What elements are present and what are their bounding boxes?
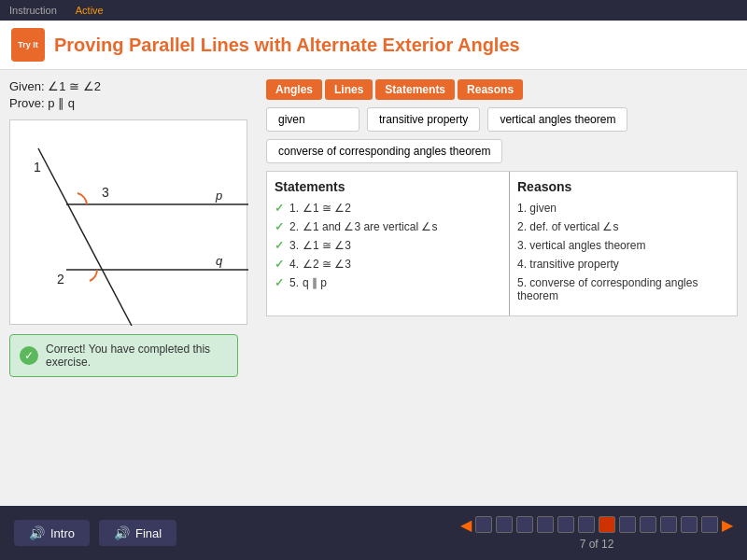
progress-dot-4[interactable] <box>537 516 554 533</box>
reason-row-4: 4. transitive property <box>517 258 729 271</box>
check-3: ✓ <box>275 239 284 252</box>
progress-dot-12[interactable] <box>701 516 718 533</box>
check-circle-icon <box>20 346 38 365</box>
svg-text:q: q <box>216 254 223 268</box>
statement-row-2: ✓ 2. ∠1 and ∠3 are vertical ∠s <box>275 220 501 233</box>
progress-dot-5[interactable] <box>557 516 574 533</box>
intro-speaker-icon: 🔊 <box>29 525 45 540</box>
diagram: 1 3 2 p q <box>9 119 247 325</box>
diagram-svg: 1 3 2 p q <box>10 120 248 326</box>
next-arrow[interactable]: ▶ <box>722 516 733 534</box>
svg-text:3: 3 <box>102 185 109 200</box>
reason-4: 4. transitive property <box>517 258 619 271</box>
statement-row-3: ✓ 3. ∠1 ≅ ∠3 <box>275 239 501 252</box>
drag-vertical-angles[interactable]: vertical angles theorem <box>487 107 627 132</box>
drag-converse[interactable]: converse of corresponding angles theorem <box>266 139 502 163</box>
topbar-active: Active <box>76 5 104 16</box>
topbar-instruction: Instruction <box>9 5 57 16</box>
tab-lines[interactable]: Lines <box>325 79 373 100</box>
prev-arrow[interactable]: ◀ <box>460 516 472 534</box>
reason-2: 2. def. of vertical ∠s <box>517 220 618 233</box>
intro-button[interactable]: 🔊 Intro <box>14 520 90 546</box>
tab-row: Angles Lines Statements Reasons <box>266 79 738 100</box>
tab-reasons[interactable]: Reasons <box>458 79 523 100</box>
check-5: ✓ <box>275 276 284 289</box>
right-panel: Angles Lines Statements Reasons given <box>266 79 738 443</box>
statement-row-4: ✓ 4. ∠2 ≅ ∠3 <box>275 258 501 271</box>
top-bar: Instruction Active <box>0 0 747 21</box>
progress-dot-9[interactable] <box>640 516 656 533</box>
success-text: Correct! You have completed this exercis… <box>46 343 228 369</box>
intro-label: Intro <box>50 526 75 540</box>
progress-dot-3[interactable] <box>516 516 533 533</box>
reasons-header: Reasons <box>517 179 729 194</box>
final-label: Final <box>135 526 162 540</box>
statements-header: Statements <box>275 179 501 194</box>
check-2: ✓ <box>275 220 284 233</box>
dots-container <box>475 516 718 533</box>
reason-row-1: 1. given <box>517 202 729 215</box>
given-line1: Given: ∠1 ≅ ∠2 <box>9 79 257 93</box>
reason-5: 5. converse of corresponding angles theo… <box>517 276 729 302</box>
progress-dots: ◀ ▶ <box>460 516 733 534</box>
stmt-3-num: 3. <box>289 239 299 252</box>
tab-angles[interactable]: Angles <box>266 79 322 100</box>
body-layout: Given: ∠1 ≅ ∠2 Prove: p ∥ q 1 <box>0 70 747 453</box>
stmt-2-num: 2. <box>289 220 299 233</box>
success-box: Correct! You have completed this exercis… <box>9 334 238 377</box>
prove-line1: Prove: p ∥ q <box>9 96 257 110</box>
progress-dot-2[interactable] <box>496 516 513 533</box>
stmt-1-text: ∠1 ≅ ∠2 <box>303 202 351 215</box>
main-content: Try It Proving Parallel Lines with Alter… <box>0 21 747 506</box>
progress-dot-8[interactable] <box>619 516 636 533</box>
stmt-1-num: 1. <box>289 202 299 215</box>
page-title: Proving Parallel Lines with Alternate Ex… <box>54 35 520 56</box>
statement-row-1: ✓ 1. ∠1 ≅ ∠2 <box>275 202 501 215</box>
progress-dot-10[interactable] <box>660 516 677 533</box>
stmt-5-text: q ∥ p <box>303 276 327 289</box>
drag-transitive[interactable]: transitive property <box>367 107 480 132</box>
sr-table: Statements ✓ 1. ∠1 ≅ ∠2 ✓ 2. ∠1 and ∠3 a… <box>266 171 738 316</box>
reason-3: 3. vertical angles theorem <box>517 239 645 252</box>
stmt-2-text: ∠1 and ∠3 are vertical ∠s <box>303 220 437 233</box>
tab-statements[interactable]: Statements <box>375 79 455 100</box>
svg-text:1: 1 <box>34 160 41 175</box>
reason-row-3: 3. vertical angles theorem <box>517 239 729 252</box>
svg-text:2: 2 <box>57 272 64 287</box>
bottom-nav: 🔊 Intro 🔊 Final ◀ ▶ 7 of 12 <box>0 506 747 560</box>
stmt-5-num: 5. <box>289 276 299 289</box>
logo-text: Try It <box>18 40 38 50</box>
svg-text:p: p <box>215 189 222 203</box>
logo-box: Try It <box>11 28 45 62</box>
progress-dot-1[interactable] <box>475 516 492 533</box>
statement-row-5: ✓ 5. q ∥ p <box>275 276 501 289</box>
check-1: ✓ <box>275 202 284 215</box>
progress-dot-7[interactable] <box>599 516 615 533</box>
progress-area: ◀ ▶ 7 of 12 <box>460 516 733 551</box>
final-speaker-icon: 🔊 <box>114 525 130 540</box>
svg-line-2 <box>38 148 132 326</box>
stmt-3-text: ∠1 ≅ ∠3 <box>303 239 351 252</box>
statements-column: Statements ✓ 1. ∠1 ≅ ∠2 ✓ 2. ∠1 and ∠3 a… <box>267 172 510 315</box>
reason-1: 1. given <box>517 202 557 215</box>
header: Try It Proving Parallel Lines with Alter… <box>0 21 747 70</box>
stmt-4-num: 4. <box>289 258 299 271</box>
reasons-column: Reasons 1. given 2. def. of vertical ∠s … <box>510 172 737 315</box>
progress-dot-11[interactable] <box>681 516 698 533</box>
drag-items-row: given transitive property vertical angle… <box>266 107 738 163</box>
reason-row-5: 5. converse of corresponding angles theo… <box>517 276 729 302</box>
left-panel: Given: ∠1 ≅ ∠2 Prove: p ∥ q 1 <box>9 79 257 443</box>
final-button[interactable]: 🔊 Final <box>99 520 176 546</box>
page-counter: 7 of 12 <box>580 538 614 551</box>
check-4: ✓ <box>275 258 284 271</box>
progress-dot-6[interactable] <box>578 516 595 533</box>
reason-row-2: 2. def. of vertical ∠s <box>517 220 729 233</box>
drag-given[interactable]: given <box>266 107 359 132</box>
stmt-4-text: ∠2 ≅ ∠3 <box>303 258 351 271</box>
nav-buttons: 🔊 Intro 🔊 Final <box>14 520 176 546</box>
